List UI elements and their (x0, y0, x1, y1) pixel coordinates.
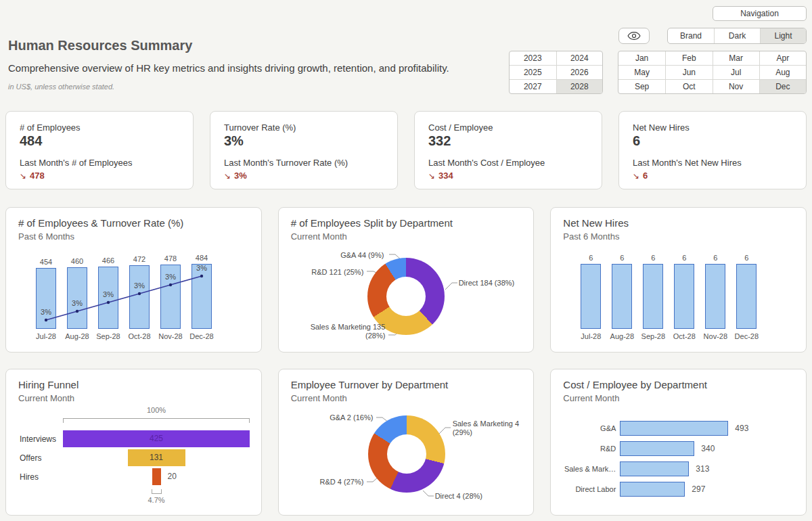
chart-card-employees-turnover: # of Employees & Turnover Rate (%) Past … (5, 207, 262, 353)
bar-value-label: 460 (71, 257, 83, 265)
month-cell-nov[interactable]: Nov (713, 79, 759, 93)
funnel-stage-label: Interviews (20, 434, 56, 444)
donut-hole (387, 434, 426, 474)
x-axis-label: Sep-28 (96, 332, 120, 342)
x-axis-label: Aug-28 (65, 332, 89, 342)
cost-value-label: 313 (696, 464, 709, 474)
bar-value-label: 6 (713, 254, 717, 262)
chart-title: Net New Hires (563, 217, 794, 229)
chart-subtitle: Past 6 Months (18, 231, 249, 242)
funnel-bar-value: 131 (128, 449, 185, 466)
bar-column: 6Sep-28 (637, 251, 669, 342)
donut-label-direct: Direct 184 (38%) (459, 279, 515, 288)
x-axis-label: Jul-28 (581, 332, 601, 342)
bar-value-label: 478 (164, 254, 177, 263)
bar-column: 6Aug-28 (606, 251, 637, 342)
kpi-card: Net New Hires6Last Month's Net New Hires… (618, 111, 807, 189)
kpi-value: 332 (428, 133, 588, 149)
funnel-bar-value: 425 (63, 430, 250, 447)
month-cell-sep[interactable]: Sep (618, 79, 665, 93)
bar (129, 265, 150, 329)
cost-category-label: Sales & Mark… (551, 465, 620, 473)
chart-title: Cost / Employee by Department (563, 379, 794, 390)
kpi-card: # of Employees484Last Month's # of Emplo… (5, 111, 194, 189)
month-cell-mar[interactable]: Mar (713, 51, 759, 65)
year-cell-2027[interactable]: 2027 (510, 79, 556, 93)
kpi-compare-label: Last Month's Cost / Employee (428, 158, 588, 168)
page-subtitle: Comprehensive overview of HR key metrics… (8, 62, 449, 74)
month-cell-jan[interactable]: Jan (618, 51, 665, 65)
year-cell-2028[interactable]: 2028 (556, 79, 603, 93)
trend-down-icon: ↘ (20, 171, 26, 181)
page-title: Human Resources Summary (8, 38, 449, 53)
bar-value-label: 484 (196, 254, 208, 262)
charts-grid: # of Employees & Turnover Rate (%) Past … (5, 207, 807, 516)
bar-column: 6Dec-28 (731, 251, 762, 342)
funnel-bar-value: 20 (168, 472, 177, 481)
donut-label-rnd: R&D 4 (27%) (320, 478, 364, 486)
eye-icon (627, 31, 641, 41)
cost-bar (620, 421, 728, 436)
bar-value-label: 6 (744, 254, 748, 262)
bar (160, 265, 181, 329)
kpi-card: Turnover Rate (%)3%Last Month's Turnover… (210, 111, 398, 189)
month-cell-apr[interactable]: Apr (759, 51, 806, 65)
cost-category-label: R&D (551, 445, 620, 453)
funnel-bottom-percentage: 4.7% (136, 496, 177, 504)
kpi-compare-number: 6 (643, 171, 648, 181)
trend-down-icon: ↘ (428, 171, 435, 181)
bar-column: 6Oct-28 (669, 251, 700, 342)
cost-bar (620, 461, 689, 476)
chart-card-turnover-by-department: Employee Turnover by Department Current … (278, 369, 535, 516)
cost-row: Direct Labor297 (551, 479, 806, 499)
theme-option-brand[interactable]: Brand (668, 28, 714, 43)
cost-category-label: Direct Labor (551, 485, 620, 493)
donut-turnover-by-department (368, 415, 445, 493)
kpi-compare-label: Last Month's Turnover Rate (%) (224, 158, 384, 168)
month-cell-jun[interactable]: Jun (665, 65, 712, 79)
bar (674, 264, 694, 329)
month-cell-may[interactable]: May (618, 65, 665, 79)
theme-switcher: BrandDarkLight (667, 28, 807, 44)
year-cell-2026[interactable]: 2026 (556, 65, 603, 79)
donut-label-sales: Sales & Marketing 4 (29%) (453, 420, 534, 437)
chart-title: Hiring Funnel (18, 379, 249, 390)
cost-row: Sales & Mark…313 (551, 459, 806, 479)
bar (36, 268, 56, 329)
theme-option-dark[interactable]: Dark (714, 28, 760, 43)
chart-subtitle: Current Month (18, 393, 249, 403)
month-cell-jul[interactable]: Jul (713, 65, 759, 79)
year-cell-2024[interactable]: 2024 (556, 51, 603, 65)
year-cell-2025[interactable]: 2025 (510, 65, 556, 79)
net-new-hires-plot: 6Jul-286Aug-286Sep-286Oct-286Nov-286Dec-… (575, 251, 762, 342)
month-cell-aug[interactable]: Aug (759, 65, 806, 79)
funnel-bottom-bracket (152, 489, 162, 494)
bar-column: 6Nov-28 (700, 251, 731, 342)
cost-value-label: 297 (692, 484, 705, 494)
kpi-value: 3% (224, 133, 384, 149)
month-cell-oct[interactable]: Oct (665, 79, 712, 93)
donut-label-direct: Direct 4 (28%) (435, 492, 482, 501)
theme-option-light[interactable]: Light (760, 28, 806, 43)
month-cell-dec[interactable]: Dec (759, 79, 806, 93)
month-cell-feb[interactable]: Feb (665, 51, 712, 65)
x-axis-label: Oct-28 (673, 332, 696, 342)
kpi-value: 6 (633, 133, 792, 149)
cost-bar (620, 441, 694, 456)
navigation-button[interactable]: Navigation (713, 6, 807, 21)
bar-column: 466Sep-28 (93, 251, 124, 342)
chart-title: Employee Turnover by Department (291, 379, 522, 390)
kpi-compare-value: ↘6 (633, 171, 792, 181)
funnel-stage-label: Hires (20, 472, 39, 482)
bar (581, 264, 601, 329)
x-axis-label: Nov-28 (158, 332, 182, 342)
year-selector: 202320242025202620272028 (509, 51, 603, 94)
eye-button[interactable] (618, 28, 650, 44)
cost-category-label: G&A (551, 424, 620, 432)
cost-row: R&D340 (551, 438, 806, 459)
year-cell-2023[interactable]: 2023 (510, 51, 556, 65)
x-axis-label: Dec-28 (735, 332, 759, 342)
kpi-compare-number: 334 (438, 171, 453, 181)
bar (191, 264, 212, 329)
funnel-bar (152, 468, 161, 485)
